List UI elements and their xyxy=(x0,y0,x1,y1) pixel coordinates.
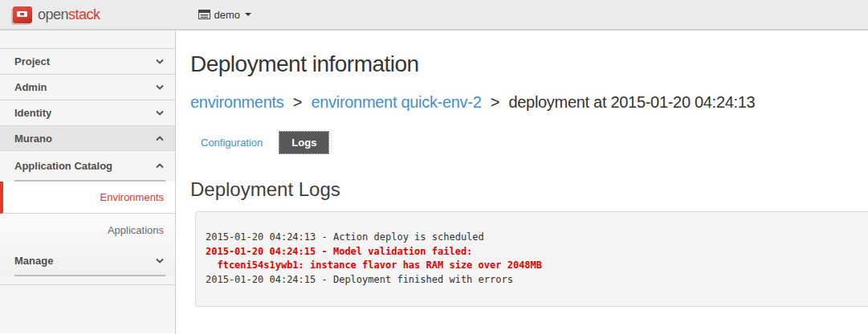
openstack-cube-icon xyxy=(13,6,32,23)
sidebar-item-manage[interactable]: Manage xyxy=(0,246,175,275)
log-line: 2015-01-20 04:24:13 - Action deploy is s… xyxy=(206,231,864,245)
caret-down-icon xyxy=(245,13,251,16)
brand-wordmark: openstack xyxy=(38,6,100,23)
chevron-down-icon xyxy=(156,84,164,90)
sidebar: Project Admin Identity Murano xyxy=(0,31,176,333)
breadcrumb-current: deployment at 2015-01-20 04:24:13 xyxy=(508,93,755,111)
chevron-up-icon xyxy=(156,163,164,169)
breadcrumb-separator: > xyxy=(491,93,499,111)
deployment-log-output: 2015-01-20 04:24:13 - Action deploy is s… xyxy=(195,211,868,307)
sidebar-item-label: Identity xyxy=(14,107,51,119)
sidebar-divider xyxy=(14,275,165,276)
tab-logs[interactable]: Logs xyxy=(279,131,329,154)
page-title: Deployment information xyxy=(190,51,868,77)
log-line-error: 2015-01-20 04:24:15 - Model validation f… xyxy=(206,245,864,259)
sidebar-spacer xyxy=(0,31,175,48)
sidebar-item-label: Application Catalog xyxy=(14,160,112,172)
brand-wordmark-stack: stack xyxy=(68,6,100,22)
screen: openstack demo Project Admin xyxy=(0,0,868,335)
logs-heading: Deployment Logs xyxy=(190,178,868,201)
tabs: Configuration Logs xyxy=(190,131,868,154)
sidebar-item-label: Manage xyxy=(14,255,53,267)
sidebar-item-label: Murano xyxy=(14,133,52,145)
chevron-down-icon xyxy=(156,110,164,116)
content-row: Project Admin Identity Murano xyxy=(0,31,868,333)
sidebar-item-application-catalog[interactable]: Application Catalog xyxy=(0,151,175,180)
sidebar-item-label: Applications xyxy=(108,224,164,236)
sidebar-subgroup: Applications Manage xyxy=(0,214,175,276)
sidebar-item-label: Admin xyxy=(14,81,47,93)
topbar: openstack demo xyxy=(0,0,868,31)
sidebar-item-project[interactable]: Project xyxy=(0,48,175,74)
openstack-logo[interactable]: openstack xyxy=(13,6,100,23)
sidebar-item-environments[interactable]: Environments xyxy=(0,182,175,214)
log-line-error: ftceni54s1ywb1: instance flavor has RAM … xyxy=(206,259,864,273)
sidebar-divider xyxy=(0,284,175,285)
project-dropdown[interactable]: demo xyxy=(198,9,252,21)
sidebar-item-label: Environments xyxy=(100,191,164,203)
sidebar-item-admin[interactable]: Admin xyxy=(0,74,175,100)
breadcrumb-separator: > xyxy=(293,93,302,111)
sidebar-item-murano[interactable]: Murano xyxy=(0,125,175,151)
breadcrumb: environments > environment quick-env-2 >… xyxy=(190,93,868,112)
chevron-down-icon xyxy=(156,258,164,264)
chevron-up-icon xyxy=(156,136,164,141)
tab-configuration[interactable]: Configuration xyxy=(190,131,273,154)
sidebar-item-label: Project xyxy=(14,55,50,67)
sidebar-item-identity[interactable]: Identity xyxy=(0,100,175,125)
user-menu-label: demo xyxy=(214,9,241,21)
project-list-icon xyxy=(198,10,210,19)
log-line: 2015-01-20 04:24:15 - Deployment finishe… xyxy=(206,273,864,288)
breadcrumb-link-environments[interactable]: environments xyxy=(190,93,283,111)
breadcrumb-link-environment-quick-env-2[interactable]: environment quick-env-2 xyxy=(311,93,481,111)
sidebar-item-applications[interactable]: Applications xyxy=(0,214,175,246)
main-content: Deployment information environments > en… xyxy=(176,31,868,333)
chevron-down-icon xyxy=(156,59,164,64)
brand-wordmark-open: open xyxy=(38,6,68,22)
